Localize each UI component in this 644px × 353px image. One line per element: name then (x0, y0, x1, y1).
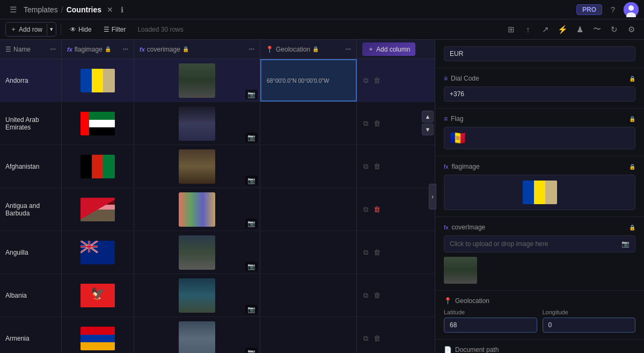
plugin-icon[interactable]: ⚡ (555, 22, 570, 37)
svg-point-1 (628, 5, 634, 11)
copy-row-button-anguilla[interactable]: ⧉ (362, 247, 369, 258)
cell-coverimage-antigua[interactable]: 📷 (134, 188, 260, 230)
breadcrumb-templates[interactable]: Templates (24, 5, 58, 14)
cell-geo-andorra[interactable]: 68°00'0.0"N 00°00'0.0"W (260, 59, 357, 102)
menu-icon[interactable]: ☰ (5, 2, 20, 17)
cell-coverimage-afghanistan[interactable]: 📷 (134, 145, 260, 188)
upload-cover-button-anguilla[interactable]: 📷 (245, 262, 258, 271)
delete-row-button[interactable]: 🗑 (372, 75, 382, 85)
toolbar-separator (61, 24, 61, 35)
avatar[interactable] (624, 2, 639, 17)
toolbar-right: ⊞ ↑ ↗ ⚡ ♟ 〜 ↻ ⚙ (503, 22, 639, 37)
settings-icon[interactable]: ⚙ (624, 22, 639, 37)
upload-cover-button-antigua[interactable]: 📷 (245, 219, 258, 228)
longitude-label: Longitude (543, 309, 636, 315)
pro-badge[interactable]: PRO (576, 4, 602, 15)
table-row[interactable]: United Arab Emirates 📷 ⧉ 🗑 (0, 102, 435, 145)
coverimage-col-options[interactable]: ••• (248, 46, 254, 52)
copy-row-button-albania[interactable]: ⧉ (362, 290, 369, 301)
cell-actions-armenia: ⧉ 🗑 (357, 317, 387, 353)
flag-andorra (80, 69, 115, 92)
flagimage-col-options[interactable]: ••• (122, 46, 128, 52)
cell-flagimage-uae (62, 102, 134, 145)
help-icon[interactable]: ? (605, 2, 620, 17)
name-col-options[interactable]: ••• (50, 46, 56, 52)
copy-row-button-armenia[interactable]: ⧉ (362, 333, 369, 344)
scroll-down-button[interactable]: ▼ (422, 124, 434, 135)
upload-cover-button-afghanistan[interactable]: 📷 (245, 176, 258, 185)
cover-upload-button[interactable]: Click to upload or drop image here 📷 (444, 235, 635, 253)
formula-icon: fx (67, 46, 72, 53)
cover-aerial-albania (179, 278, 215, 313)
cover-hand-afghanistan (179, 149, 215, 184)
table-row[interactable]: Afghanistan 📷 ⧉ 🗑 (0, 145, 435, 188)
cell-coverimage-uae[interactable]: 📷 (134, 102, 260, 145)
share-icon[interactable]: ↑ (521, 22, 536, 37)
scroll-up-button[interactable]: ▲ (422, 111, 434, 123)
delete-row-button-afghanistan[interactable]: 🗑 (372, 161, 382, 171)
cell-geo-afghanistan[interactable] (260, 145, 357, 188)
cell-geo-antigua[interactable] (260, 188, 357, 230)
cell-actions-uae: ⧉ 🗑 (357, 102, 387, 145)
currency-input[interactable] (444, 46, 635, 61)
copy-row-button-uae[interactable]: ⧉ (362, 118, 369, 129)
upload-icon: 📷 (621, 240, 630, 248)
cell-name-armenia: Armenia (0, 317, 62, 353)
table-row[interactable]: Andorra 📷 68°00'0.0"N 00°00'0.0"W ⧉ 🗑 (0, 59, 435, 102)
copy-row-button-antigua[interactable]: ⧉ (362, 204, 369, 215)
add-column-button[interactable]: ＋ Add column (362, 42, 415, 56)
docpath-label: 📄 Document path (444, 346, 635, 353)
panel-docpath-section: 📄 Document path countries/AD ↗ (435, 340, 644, 353)
docpath-icon: 📄 (444, 346, 452, 353)
cell-geo-albania[interactable] (260, 274, 357, 316)
table-row[interactable]: Antigua and Barbuda 📷 ⧉ 🗑 (0, 188, 435, 231)
latitude-input[interactable] (444, 318, 537, 333)
dial-code-input[interactable] (444, 87, 635, 102)
refresh-icon[interactable]: ↻ (606, 22, 621, 37)
view-toggle-icon[interactable]: ⊞ (503, 22, 518, 37)
panel-expand-button[interactable]: › (429, 184, 436, 210)
upload-cover-button-armenia[interactable]: 📷 (245, 348, 258, 353)
add-row-dropdown-button[interactable]: ▾ (47, 24, 56, 35)
cell-coverimage-andorra[interactable]: 📷 (134, 59, 260, 102)
delete-row-button-armenia[interactable]: 🗑 (372, 333, 382, 343)
cell-coverimage-armenia[interactable]: 📷 (134, 317, 260, 353)
upload-cover-button-albania[interactable]: 📷 (245, 305, 258, 314)
cell-coverimage-albania[interactable]: 📷 (134, 274, 260, 316)
delete-row-button-albania[interactable]: 🗑 (372, 290, 382, 300)
dial-code-field-icon: ≡ (444, 75, 448, 82)
chart-icon[interactable]: 〜 (589, 22, 604, 37)
table-row[interactable]: Armenia 📷 ⧉ 🗑 (0, 317, 435, 353)
add-row-button[interactable]: ＋ Add row (6, 23, 47, 36)
delete-row-button-uae[interactable]: 🗑 (372, 118, 382, 128)
collab-icon[interactable]: ♟ (572, 22, 587, 37)
cell-flagimage-anguilla (62, 231, 134, 273)
info-icon[interactable]: ℹ (119, 4, 126, 15)
upload-cover-button-uae[interactable]: 📷 (245, 133, 258, 142)
svg-text:🦅: 🦅 (91, 286, 106, 301)
upload-cover-button[interactable]: 📷 (245, 90, 258, 99)
coverimage-formula-icon: fx (444, 224, 449, 230)
topbar-left: ☰ Templates / Countries ✕ ℹ (5, 2, 573, 17)
cover-building-uae (179, 106, 215, 141)
table-row[interactable]: Albania 🦅 📷 ⧉ 🗑 (0, 274, 435, 317)
copy-row-button-afghanistan[interactable]: ⧉ (362, 161, 369, 172)
cell-coverimage-anguilla[interactable]: 📷 (134, 231, 260, 273)
delete-row-button-anguilla[interactable]: 🗑 (372, 247, 382, 257)
cell-geo-uae[interactable] (260, 102, 357, 145)
hide-button[interactable]: 👁 Hide (65, 24, 96, 35)
export-icon[interactable]: ↗ (538, 22, 553, 37)
cell-actions-andorra: ⧉ 🗑 (357, 59, 387, 102)
close-icon[interactable]: ✕ (105, 4, 115, 15)
copy-row-button[interactable]: ⧉ (362, 75, 369, 86)
cell-geo-armenia[interactable] (260, 317, 357, 353)
delete-row-button-antigua[interactable]: 🗑 (372, 204, 382, 214)
geo-col-options[interactable]: ••• (345, 46, 351, 52)
filter-button[interactable]: ☰ Filter (99, 24, 130, 35)
add-col-icon: ＋ (368, 45, 374, 54)
cell-name-afghanistan: Afghanistan (0, 145, 62, 188)
table-row[interactable]: Anguilla (0, 231, 435, 274)
cell-geo-anguilla[interactable] (260, 231, 357, 273)
geolocation-label: 📍 Geolocation (444, 297, 635, 305)
longitude-input[interactable] (543, 318, 636, 333)
